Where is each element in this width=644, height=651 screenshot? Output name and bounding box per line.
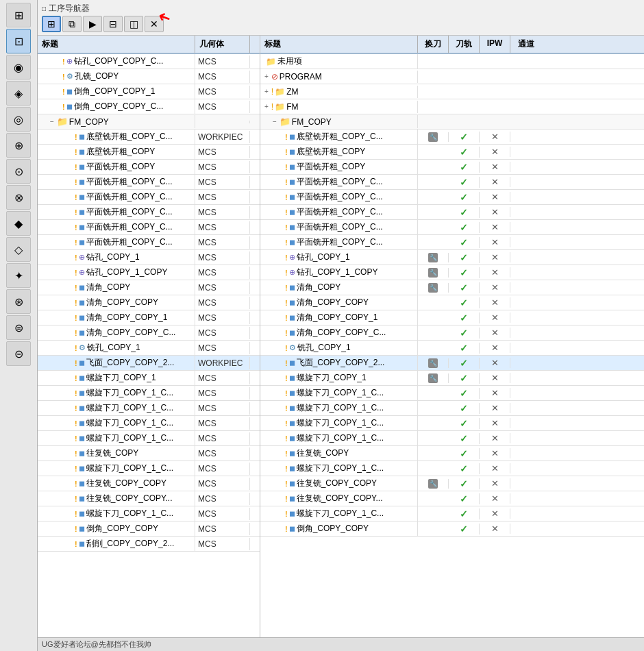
table-row[interactable]: ! ◼ 螺旋下刀_COPY_1_C... MCS [38, 431, 260, 446]
expand-icon[interactable]: + [264, 88, 269, 95]
cell-title: ! ◼ 平面铣开粗_COPY_C... [38, 220, 195, 234]
table-row[interactable]: ! ◼ 往复铣_COPY_COPY... ✓ ✕ [260, 491, 644, 506]
toolbar-btn-2[interactable]: ⧉ [62, 16, 82, 32]
table-row[interactable]: ! ◼ 清角_COPY 🔧 ✓ ✕ [260, 280, 644, 295]
table-row[interactable]: ! ◼ 清角_COPY_COPY_C... MCS [38, 326, 260, 341]
table-row[interactable]: ! ◼ 底壁铣开粗_COPY MCS [38, 145, 260, 160]
sidebar-icon-6[interactable]: ⊕ [6, 133, 31, 158]
table-row[interactable]: ! ◼ 往复铣_COPY_COPY 🔧 ✓ ✕ [260, 476, 644, 491]
toolbar-btn-4[interactable]: ⊟ [103, 16, 123, 32]
table-row[interactable]: ! ◼ 平面铣开粗_COPY_C... ✓ ✕ [260, 205, 644, 220]
sidebar-icon-9[interactable]: ◆ [6, 211, 31, 236]
table-row[interactable]: ! ⊕ 钻孔_COPY_1_COPY 🔧 ✓ ✕ [260, 265, 644, 280]
table-row[interactable]: ! ◼ 清角_COPY_COPY ✓ ✕ [260, 295, 644, 310]
table-row[interactable]: ! ⚙ 铣孔_COPY_1 ✓ ✕ [260, 341, 644, 356]
table-row[interactable]: ! ◼ 清角_COPY_COPY_C... ✓ ✕ [260, 326, 644, 341]
sidebar-icon-14[interactable]: ⊝ [6, 341, 31, 366]
toolbar-btn-5[interactable]: ◫ [124, 16, 143, 32]
expand-icon[interactable]: − [50, 118, 54, 125]
table-row[interactable]: ! ◼ 螺旋下刀_COPY_1_C... MCS [38, 401, 260, 416]
table-row-group[interactable]: − 📁 FM_COPY [260, 114, 644, 130]
table-row[interactable]: ! ⊕ 钻孔_COPY_1_COPY MCS [38, 265, 260, 280]
table-row-group[interactable]: − 📁 FM_COPY [38, 114, 260, 130]
table-row[interactable]: + ⊘ PROGRAM [260, 69, 644, 84]
table-row[interactable]: ! ◼ 倒角_COPY_COPY MCS [38, 521, 260, 537]
table-row[interactable]: ! ◼ 往复铣_COPY_COPY... MCS [38, 491, 260, 506]
table-row[interactable]: ! ◼ 底壁铣开粗_COPY ✓ ✕ [260, 145, 644, 160]
table-row[interactable]: ! ◼ 螺旋下刀_COPY_1_C... ✓ ✕ [260, 401, 644, 416]
expand-icon[interactable]: − [273, 118, 277, 125]
table-row[interactable]: ! ◼ 刮削_COPY_COPY_2... MCS [38, 537, 260, 552]
sidebar-icon-7[interactable]: ⊙ [6, 159, 31, 184]
table-row[interactable]: ! ◼ 平面铣开粗_COPY_C... ✓ ✕ [260, 190, 644, 205]
table-row[interactable]: ! ◼ 往复铣_COPY_COPY MCS [38, 476, 260, 491]
expand-icon[interactable]: + [264, 103, 269, 110]
table-row[interactable]: ! ◼ 螺旋下刀_COPY_1_C... ✓ ✕ [260, 416, 644, 431]
table-row[interactable]: ! ◼ 清角_COPY MCS [38, 280, 260, 295]
table-row[interactable]: ! ⊕ 钻孔_COPY_COPY_C... MCS [38, 54, 260, 69]
table-row[interactable]: ! ◼ 平面铣开粗_COPY_C... ✓ ✕ [260, 235, 644, 250]
row-text: 清角_COPY [86, 282, 131, 293]
right-table-body[interactable]: 📁 未用项 + ⊘ PROGRAM [260, 54, 644, 637]
sidebar-icon-10[interactable]: ◇ [6, 237, 31, 262]
table-row[interactable]: ! ◼ 平面铣开粗_COPY_C... MCS [38, 220, 260, 235]
left-table-body[interactable]: ! ⊕ 钻孔_COPY_COPY_C... MCS ! ⚙ 孔铣_COPY MC… [38, 54, 260, 637]
table-row[interactable]: ! ◼ 飞面_COPY_COPY_2... WORKPIEC [38, 356, 260, 371]
table-row[interactable]: + ! 📁 ZM [260, 84, 644, 99]
table-row[interactable]: ! ◼ 螺旋下刀_COPY_1_C... MCS [38, 461, 260, 476]
sidebar-icon-1[interactable]: ⊞ [6, 3, 31, 27]
expand-icon[interactable]: + [264, 73, 269, 80]
sidebar-icon-13[interactable]: ⊜ [6, 315, 31, 340]
table-row[interactable]: ! ◼ 平面铣开粗_COPY_C... MCS [38, 175, 260, 190]
table-row[interactable]: ! ⚙ 孔铣_COPY MCS [38, 69, 260, 84]
table-row[interactable]: ! ◼ 平面铣开粗_COPY_C... ✓ ✕ [260, 175, 644, 190]
table-row[interactable]: ! ◼ 倒角_COPY_COPY ✓ ✕ [260, 521, 644, 537]
sidebar-icon-12[interactable]: ⊛ [6, 289, 31, 314]
cross-icon: ✕ [491, 373, 499, 383]
table-row[interactable]: ! ◼ 螺旋下刀_COPY_1_C... MCS [38, 386, 260, 401]
table-row[interactable]: ! ◼ 平面铣开粗_COPY_C... MCS [38, 190, 260, 205]
table-row[interactable]: ! ⊕ 钻孔_COPY_1 MCS [38, 250, 260, 265]
table-row[interactable]: ! ◼ 平面铣开粗_COPY MCS [38, 160, 260, 175]
table-row[interactable]: ! ◼ 螺旋下刀_COPY_1_C... ✓ ✕ [260, 461, 644, 476]
table-row[interactable]: ! ◼ 清角_COPY_COPY_1 MCS [38, 310, 260, 326]
table-row[interactable]: ! ⚙ 铣孔_COPY_1 MCS [38, 341, 260, 356]
table-row[interactable]: ! ◼ 螺旋下刀_COPY_1_C... MCS [38, 506, 260, 521]
toolbar-btn-1[interactable]: ⊞ [42, 16, 61, 32]
sidebar-icon-8[interactable]: ⊗ [6, 185, 31, 210]
sidebar-icon-3[interactable]: ◉ [6, 55, 31, 79]
table-row[interactable]: ! ◼ 清角_COPY_COPY_1 ✓ ✕ [260, 310, 644, 326]
cell-geo: MCS [195, 508, 250, 520]
cell-track: ✓ [449, 192, 480, 203]
table-row[interactable]: ! ◼ 螺旋下刀_COPY_1_C... ✓ ✕ [260, 386, 644, 401]
sidebar-icon-2[interactable]: ⊡ [6, 29, 31, 53]
table-row[interactable]: ! ◼ 底壁铣开粗_COPY_C... WORKPIEC [38, 130, 260, 145]
table-row[interactable]: ! ◼ 倒角_COPY_COPY_1 MCS [38, 84, 260, 99]
table-row[interactable]: ! ◼ 倒角_COPY_COPY_C... MCS [38, 99, 260, 114]
table-row[interactable]: ! ◼ 往复铣_COPY MCS [38, 446, 260, 461]
table-row[interactable]: ! ⊕ 钻孔_COPY_1 🔧 ✓ ✕ [260, 250, 644, 265]
sidebar-icon-11[interactable]: ✦ [6, 263, 31, 288]
sidebar-icon-4[interactable]: ◈ [6, 81, 31, 106]
cell-track: ✓ [449, 282, 480, 293]
warn-icon: ! [75, 148, 77, 156]
table-row[interactable]: + ! 📁 FM [260, 99, 644, 114]
op-icon: ◼ [79, 147, 85, 156]
table-row[interactable]: ! ◼ 螺旋下刀_COPY_1 🔧 ✓ ✕ [260, 371, 644, 386]
table-row[interactable]: ! ◼ 平面铣开粗_COPY_C... MCS [38, 205, 260, 220]
table-row[interactable]: ! ◼ 螺旋下刀_COPY_1_C... ✓ ✕ [260, 431, 644, 446]
warn-icon: ! [285, 148, 288, 156]
sidebar-icon-5[interactable]: ◎ [6, 107, 31, 132]
table-row[interactable]: ! ◼ 清角_COPY_COPY MCS [38, 295, 260, 310]
table-row[interactable]: ! ◼ 往复铣_COPY ✓ ✕ [260, 446, 644, 461]
toolbar-btn-3[interactable]: ▶ [83, 16, 102, 32]
table-row[interactable]: ! ◼ 平面铣开粗_COPY_C... MCS [38, 235, 260, 250]
table-row[interactable]: 📁 未用项 [260, 54, 644, 69]
table-row[interactable]: ! ◼ 螺旋下刀_COPY_1 MCS [38, 371, 260, 386]
table-row[interactable]: ! ◼ 平面铣开粗_COPY_C... ✓ ✕ [260, 220, 644, 235]
table-row[interactable]: ! ◼ 平面铣开粗_COPY ✓ ✕ [260, 160, 644, 175]
table-row[interactable]: ! ◼ 螺旋下刀_COPY_1_C... ✓ ✕ [260, 506, 644, 521]
table-row[interactable]: ! ◼ 飞面_COPY_COPY_2... 🔧 ✓ ✕ [260, 356, 644, 371]
table-row[interactable]: ! ◼ 底壁铣开粗_COPY_C... 🔧 ✓ ✕ [260, 130, 644, 145]
table-row[interactable]: ! ◼ 螺旋下刀_COPY_1_C... MCS [38, 416, 260, 431]
